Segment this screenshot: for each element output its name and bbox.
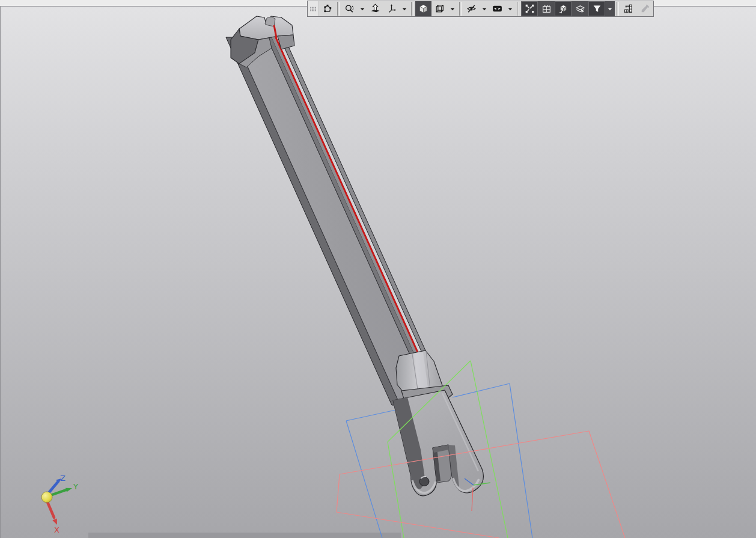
chevron-down-icon bbox=[358, 5, 367, 13]
chevron-down-icon bbox=[606, 5, 614, 13]
orientation-views-button[interactable] bbox=[383, 1, 400, 16]
z-axis bbox=[48, 482, 58, 494]
chevron-down-icon bbox=[448, 5, 457, 13]
snap-endpoints-button[interactable] bbox=[521, 1, 538, 16]
chevron-down-icon bbox=[480, 5, 489, 13]
display-shaded-button[interactable] bbox=[415, 1, 431, 16]
toolbar-grip[interactable] bbox=[308, 1, 319, 16]
rod-bright-strip bbox=[277, 37, 446, 405]
rod-groove bbox=[267, 37, 437, 405]
toolbar-separator bbox=[459, 2, 462, 16]
origin-ball bbox=[41, 492, 52, 503]
view-toolbar bbox=[307, 1, 654, 17]
selection-filter-button[interactable] bbox=[588, 1, 605, 16]
layers-button[interactable] bbox=[572, 1, 588, 16]
axis-label-x: X bbox=[54, 525, 59, 534]
chevron-down-icon bbox=[506, 5, 514, 13]
grid-display-button[interactable] bbox=[538, 1, 555, 16]
y-axis bbox=[50, 490, 66, 495]
hidden-lines-dropdown[interactable] bbox=[480, 1, 489, 16]
viewport-bottom-shade bbox=[88, 533, 401, 538]
toolbar-separator bbox=[517, 2, 519, 16]
toolbar-separator bbox=[617, 2, 619, 16]
measure-tools-button[interactable] bbox=[621, 1, 637, 16]
show-hidden-objects-button[interactable] bbox=[489, 1, 505, 16]
rod-inner-strip bbox=[272, 37, 440, 405]
display-wireframe-button[interactable] bbox=[431, 1, 448, 16]
x-axis-arrowhead bbox=[52, 518, 57, 525]
zoom-tools-button[interactable] bbox=[341, 1, 358, 16]
y-axis-arrowhead bbox=[66, 488, 72, 492]
model-part[interactable] bbox=[226, 16, 483, 496]
rod-left-flank bbox=[226, 37, 400, 405]
hidden-lines-button[interactable] bbox=[463, 1, 480, 16]
toolbar-separator bbox=[337, 2, 340, 16]
chevron-down-icon bbox=[400, 5, 409, 13]
rod-selected-edge[interactable] bbox=[275, 37, 443, 405]
selection-contour-button[interactable] bbox=[319, 1, 335, 16]
construction-objects-button[interactable] bbox=[555, 1, 572, 16]
x-axis bbox=[47, 501, 54, 518]
show-hidden-objects-dropdown[interactable] bbox=[505, 1, 515, 16]
rod-right-face bbox=[280, 37, 451, 405]
display-wireframe-dropdown[interactable] bbox=[448, 1, 457, 16]
orientation-normal-to-button[interactable] bbox=[367, 1, 383, 16]
eyedropper-button[interactable] bbox=[637, 1, 653, 16]
axis-label-z: Z bbox=[60, 474, 66, 483]
orientation-views-dropdown[interactable] bbox=[400, 1, 409, 16]
scene-graphics: Z Y X bbox=[0, 0, 756, 538]
rod-front-face bbox=[234, 37, 433, 405]
zoom-tools-dropdown[interactable] bbox=[358, 1, 367, 16]
cad-application-window: Z Y X bbox=[0, 0, 756, 538]
origin-triad: Z Y X bbox=[41, 474, 78, 534]
selection-filter-dropdown[interactable] bbox=[605, 1, 615, 16]
axis-label-y: Y bbox=[73, 482, 78, 491]
toolbar-separator bbox=[411, 2, 413, 16]
